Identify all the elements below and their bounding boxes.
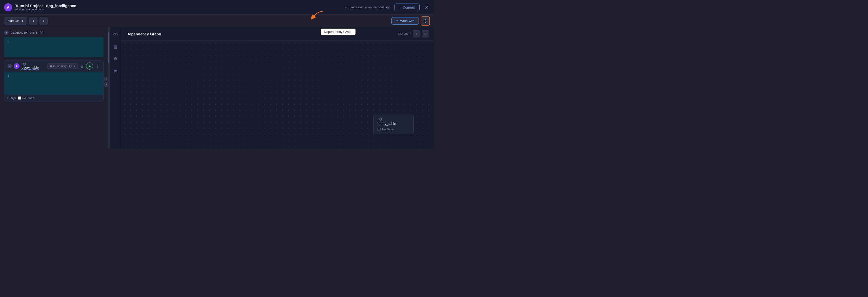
right-panel: Dependency Graph LAYOUT: ↓ — SQL query_t…: [121, 27, 434, 148]
global-imports-header: ▾ GLOBAL IMPORTS i: [4, 30, 103, 35]
calendar-icon[interactable]: ▦: [112, 42, 120, 51]
commit-icon: ↑: [399, 5, 401, 9]
add-param-button[interactable]: ⊕: [80, 63, 84, 69]
add-cell-label: Add Cell: [8, 19, 20, 23]
line-number-1: 1: [7, 39, 9, 43]
add-cell-button[interactable]: Add Cell ▾: [4, 17, 27, 25]
saved-status: ✓ Last saved a few seconds ago: [345, 5, 390, 9]
dependency-graph-button[interactable]: ⬡: [421, 16, 430, 26]
status-label: No Status: [22, 96, 34, 99]
db-label: In-memory SQL: [53, 65, 73, 68]
dep-graph-node-query-table[interactable]: SQL query_table No Status: [373, 114, 414, 134]
cell-footer: › Logs No Status: [4, 95, 103, 101]
add-below-button[interactable]: +: [39, 17, 48, 25]
dep-graph-tooltip: Dependency Graph: [321, 29, 355, 35]
settings-icon[interactable]: ⚙: [112, 55, 120, 63]
db-icon: ▣: [50, 65, 52, 68]
cell-type-label: SQL: [22, 63, 39, 66]
dep-node-checkbox: [377, 128, 380, 131]
commit-button[interactable]: ↑ Commit: [395, 4, 420, 11]
dep-graph-canvas[interactable]: SQL query_table No Status: [121, 41, 434, 148]
left-panel: ▾ GLOBAL IMPORTS i 1 ▾ A SQL query_table…: [0, 27, 107, 148]
code-icon[interactable]: </>: [112, 30, 120, 38]
play-icon: ▶: [89, 64, 91, 68]
add-between-bottom[interactable]: +: [104, 82, 107, 87]
layout-down-button[interactable]: ↓: [413, 30, 420, 37]
cell-title-area: SQL query_table: [22, 63, 39, 70]
db-selector[interactable]: ▣ In-memory SQL ▾: [48, 64, 78, 69]
right-panel-header: Dependency Graph LAYOUT: ↓ —: [121, 27, 434, 41]
status-checkbox[interactable]: [18, 96, 21, 100]
cell-menu-button[interactable]: ⋮: [95, 63, 100, 69]
add-between-top[interactable]: +: [104, 77, 107, 81]
ellipsis-icon: ⋮: [96, 64, 100, 69]
write-with-label: Write with: [400, 19, 414, 23]
logs-label: Logs: [9, 96, 16, 100]
saved-text: Last saved a few seconds ago: [349, 6, 390, 9]
plus-icon-2: +: [42, 19, 44, 23]
logs-button[interactable]: › Logs: [7, 96, 16, 100]
library-icon[interactable]: ▤: [112, 67, 120, 75]
add-param-icon: ⊕: [80, 64, 84, 69]
layout-minus-button[interactable]: —: [422, 30, 429, 37]
project-title-area: Tutorial Project - dog_intelligence All …: [15, 4, 76, 11]
scrollbar-thumb[interactable]: [108, 32, 109, 63]
dep-node-type: SQL: [377, 118, 409, 121]
add-cell-chevron: ▾: [22, 19, 24, 23]
scrollbar-divider: [107, 27, 110, 148]
close-button[interactable]: ✕: [424, 3, 430, 11]
app-logo: A: [4, 3, 12, 11]
dep-graph-icon: ⬡: [424, 19, 427, 23]
write-with-button[interactable]: ✦ Write with: [392, 17, 419, 25]
db-chevron: ▾: [74, 65, 75, 68]
sql-line-number: 1: [7, 74, 9, 78]
toolbar: Add Cell ▾ + + ✦ Write with ⬡ Dependency…: [0, 15, 434, 27]
dep-node-status: No Status: [377, 128, 409, 131]
cell-chevron[interactable]: ▾: [7, 64, 12, 68]
status-area: No Status: [18, 96, 34, 100]
dep-node-name: query_table: [377, 122, 409, 126]
sql-cell: ▾ A SQL query_table ▣ In-memory SQL ▾ ⊕ …: [4, 60, 103, 101]
cell-header: ▾ A SQL query_table ▣ In-memory SQL ▾ ⊕ …: [4, 61, 103, 72]
logs-chevron: ›: [7, 96, 8, 100]
plus-icon-1: +: [32, 19, 34, 23]
run-button[interactable]: ▶: [86, 63, 93, 70]
project-subtitle: All dogs are good dogs!: [15, 8, 76, 11]
cell-logo: A: [14, 63, 20, 69]
dep-node-status-label: No Status: [382, 128, 394, 131]
cell-name[interactable]: query_table: [22, 66, 39, 70]
main-area: ▾ GLOBAL IMPORTS i 1 ▾ A SQL query_table…: [0, 27, 434, 148]
global-imports-chevron[interactable]: ▾: [4, 30, 9, 35]
sql-editor[interactable]: 1: [4, 72, 103, 95]
global-imports-title: GLOBAL IMPORTS: [11, 31, 38, 34]
side-icons-panel: </> ▦ ⚙ ▤: [110, 27, 121, 148]
check-icon: ✓: [345, 5, 348, 9]
project-title: Tutorial Project - dog_intelligence: [15, 4, 76, 8]
topbar: A Tutorial Project - dog_intelligence Al…: [0, 0, 434, 15]
global-imports-info[interactable]: i: [40, 31, 43, 34]
layout-label: LAYOUT:: [398, 32, 411, 35]
sparkle-icon: ✦: [396, 19, 399, 23]
dep-graph-title: Dependency Graph: [126, 32, 396, 36]
add-above-button[interactable]: +: [29, 17, 37, 25]
global-imports-editor[interactable]: 1: [4, 37, 103, 57]
add-between-buttons: + +: [104, 77, 107, 87]
